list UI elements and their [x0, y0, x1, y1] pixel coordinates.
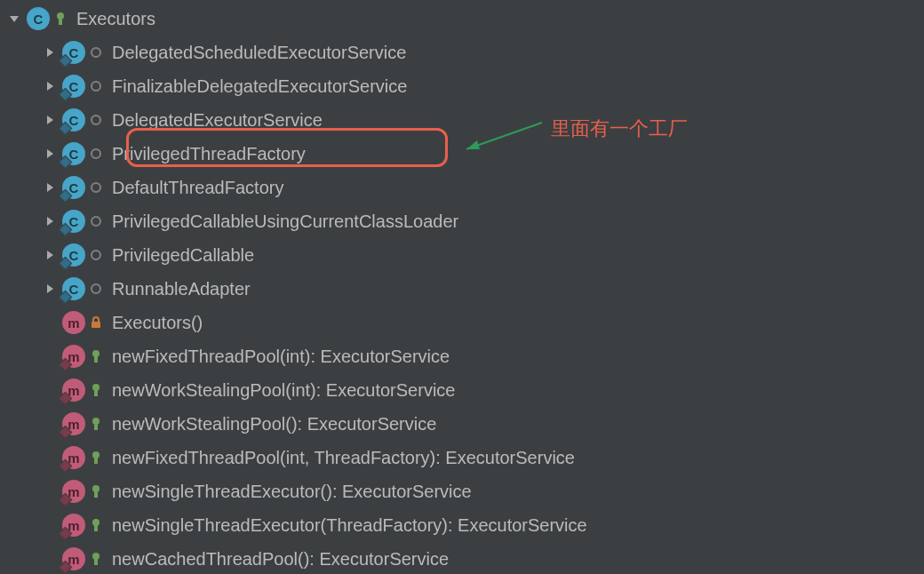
tree-item-label: RunnableAdapter — [112, 279, 251, 299]
package-modifier-icon — [89, 81, 103, 92]
class-icon: C — [62, 210, 85, 233]
tree-item-method[interactable]: m newFixedThreadPool(int): ExecutorServi… — [0, 339, 924, 373]
public-modifier-icon — [89, 384, 103, 396]
public-modifier-icon — [89, 451, 103, 464]
tree-item-class[interactable]: C DelegatedScheduledExecutorService — [0, 36, 924, 69]
package-modifier-icon — [89, 148, 103, 159]
tree-item-class[interactable]: C DelegatedExecutorService — [0, 103, 924, 137]
package-modifier-icon — [89, 182, 103, 193]
tree-item-label: newSingleThreadExecutor(): ExecutorServi… — [112, 482, 472, 502]
class-icon: C — [62, 277, 85, 300]
expand-arrow-right-icon[interactable] — [43, 282, 57, 296]
expand-arrow-right-icon[interactable] — [43, 79, 57, 93]
svg-marker-8 — [47, 284, 53, 293]
tree-item-label: newWorkStealingPool(int): ExecutorServic… — [112, 380, 455, 401]
class-icon: C — [62, 41, 85, 64]
svg-marker-3 — [47, 116, 53, 124]
private-modifier-icon — [89, 316, 103, 329]
method-icon: m — [62, 514, 85, 537]
tree-item-label: PrivilegedThreadFactory — [112, 144, 306, 164]
structure-tree: C Executors C DelegatedScheduledExecutor… — [0, 0, 924, 574]
tree-item-label: DelegatedScheduledExecutorService — [112, 43, 406, 63]
public-modifier-icon — [89, 519, 103, 531]
tree-item-label: newFixedThreadPool(int, ThreadFactory): … — [112, 448, 575, 468]
public-modifier-icon — [89, 418, 103, 430]
tree-item-label: newFixedThreadPool(int): ExecutorService — [112, 347, 450, 367]
tree-item-method[interactable]: m newSingleThreadExecutor(): ExecutorSer… — [0, 474, 924, 508]
method-icon: m — [62, 311, 85, 334]
tree-item-constructor[interactable]: m Executors() — [0, 306, 924, 339]
tree-item-class[interactable]: C RunnableAdapter — [0, 272, 924, 306]
svg-marker-2 — [47, 82, 53, 91]
public-modifier-icon — [89, 485, 103, 498]
method-icon: m — [62, 446, 85, 469]
tree-item-label: DelegatedExecutorService — [112, 110, 323, 131]
class-icon: C — [62, 176, 85, 199]
tree-item-label: PrivilegedCallable — [112, 245, 254, 266]
public-modifier-icon — [89, 553, 103, 565]
tree-item-class[interactable]: C PrivilegedCallable — [0, 238, 924, 272]
expand-arrow-right-icon[interactable] — [43, 113, 57, 127]
tree-item-method[interactable]: m newSingleThreadExecutor(ThreadFactory)… — [0, 508, 924, 542]
tree-item-label: newWorkStealingPool(): ExecutorService — [112, 414, 436, 434]
tree-item-label: Executors — [76, 9, 155, 29]
class-icon: C — [62, 108, 85, 132]
method-icon: m — [62, 345, 85, 368]
method-icon: m — [62, 480, 85, 503]
tree-item-method[interactable]: m newFixedThreadPool(int, ThreadFactory)… — [0, 441, 924, 474]
class-icon: C — [27, 7, 50, 30]
public-modifier-icon — [89, 350, 103, 363]
package-modifier-icon — [89, 250, 103, 260]
expand-arrow-down-icon[interactable] — [7, 12, 21, 26]
svg-marker-1 — [47, 48, 53, 57]
expand-arrow-right-icon[interactable] — [43, 180, 57, 195]
package-modifier-icon — [89, 47, 103, 58]
tree-item-class[interactable]: C DefaultThreadFactory — [0, 171, 924, 204]
package-modifier-icon — [89, 216, 103, 227]
expand-arrow-right-icon[interactable] — [43, 248, 57, 262]
svg-rect-9 — [92, 322, 100, 328]
svg-marker-6 — [47, 217, 53, 226]
package-modifier-icon — [89, 115, 103, 125]
expand-arrow-right-icon[interactable] — [43, 147, 57, 161]
method-icon: m — [62, 547, 85, 570]
tree-item-label: PrivilegedCallableUsingCurrentClassLoade… — [112, 211, 458, 232]
tree-item-label: Executors() — [112, 313, 203, 333]
tree-item-class[interactable]: C PrivilegedCallableUsingCurrentClassLoa… — [0, 204, 924, 238]
class-icon: C — [62, 142, 85, 165]
tree-item-label: DefaultThreadFactory — [112, 178, 283, 198]
svg-marker-4 — [47, 149, 53, 158]
tree-item-method[interactable]: m newWorkStealingPool(): ExecutorService — [0, 407, 924, 441]
expand-arrow-right-icon[interactable] — [43, 214, 57, 228]
tree-item-root[interactable]: C Executors — [0, 2, 924, 36]
svg-marker-0 — [10, 16, 19, 22]
tree-item-class[interactable]: C PrivilegedThreadFactory — [0, 137, 924, 171]
tree-item-label: newSingleThreadExecutor(ThreadFactory): … — [112, 515, 587, 536]
tree-item-label: newCachedThreadPool(): ExecutorService — [112, 549, 449, 570]
tree-item-method[interactable]: m newCachedThreadPool(): ExecutorService — [0, 542, 924, 574]
package-modifier-icon — [89, 283, 103, 294]
class-icon: C — [62, 75, 85, 98]
method-icon: m — [62, 379, 85, 402]
class-icon: C — [62, 243, 85, 267]
public-modifier-icon — [53, 12, 68, 25]
tree-item-class[interactable]: C FinalizableDelegatedExecutorService — [0, 69, 924, 103]
svg-marker-5 — [47, 183, 53, 192]
expand-arrow-right-icon[interactable] — [43, 45, 57, 60]
tree-item-label: FinalizableDelegatedExecutorService — [112, 76, 407, 97]
svg-marker-7 — [47, 251, 53, 259]
method-icon: m — [62, 412, 85, 435]
tree-item-method[interactable]: m newWorkStealingPool(int): ExecutorServ… — [0, 373, 924, 407]
